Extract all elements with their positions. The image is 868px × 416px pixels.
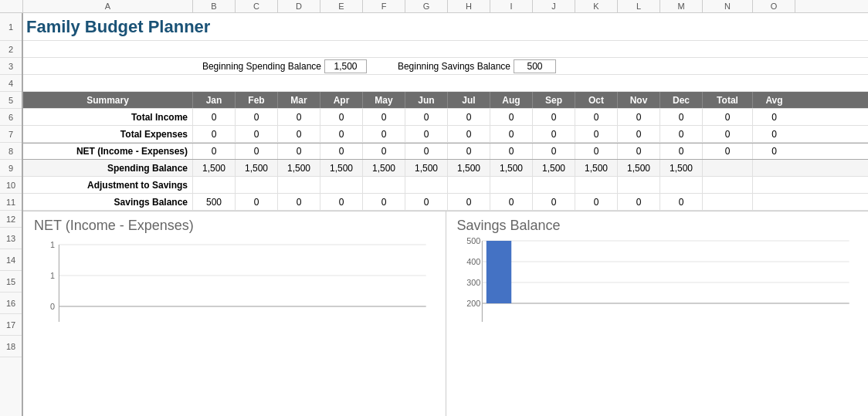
savings-bar-jan <box>486 241 510 303</box>
oct-header: Oct <box>575 92 618 108</box>
row-num-4: 4 <box>0 75 22 92</box>
col-header-d: D <box>278 0 320 12</box>
col-header-m: M <box>660 0 703 12</box>
total-expenses-label: Total Expenses <box>23 126 193 142</box>
savings-balance-input[interactable]: 500 <box>514 59 556 73</box>
adj-aug <box>490 177 533 193</box>
net-mar: 0 <box>278 144 320 159</box>
sb-apr: 1,500 <box>320 160 363 176</box>
dec-header: Dec <box>660 92 703 108</box>
savings-balance-row-label: Savings Balance <box>23 194 193 210</box>
net-feb: 0 <box>236 144 278 159</box>
income-nov: 0 <box>618 109 660 125</box>
corner-cell <box>0 0 23 12</box>
row-num-8: 8 <box>0 143 22 160</box>
jun-header: Jun <box>405 92 448 108</box>
net-jan: 0 <box>193 144 236 159</box>
income-dec: 0 <box>660 109 703 125</box>
spending-balance-row-label: Spending Balance <box>23 160 193 176</box>
exp-avg: 0 <box>753 126 795 142</box>
svb-jan: 500 <box>193 194 236 210</box>
row-num-17: 17 <box>0 314 22 336</box>
adj-dec <box>660 177 703 193</box>
nov-header: Nov <box>618 92 660 108</box>
title-cell: Family Budget Planner <box>23 13 641 40</box>
svg-text:0: 0 <box>50 303 55 311</box>
avg-header: Avg <box>753 92 795 108</box>
svb-apr: 0 <box>320 194 363 210</box>
exp-dec: 0 <box>660 126 703 142</box>
row-4 <box>23 75 868 92</box>
exp-mar: 0 <box>278 126 320 142</box>
row-num-5: 5 <box>0 92 22 109</box>
row-5-header: Summary Jan Feb Mar Apr May Jun Jul Aug … <box>23 92 868 109</box>
row-num-15: 15 <box>0 271 22 293</box>
sb-total <box>703 160 753 176</box>
row-numbers: 1 2 3 4 5 6 7 8 9 10 11 12 13 14 15 16 1… <box>0 13 23 416</box>
row-2 <box>23 41 868 58</box>
svg-text:1: 1 <box>50 272 55 280</box>
exp-aug: 0 <box>490 126 533 142</box>
income-feb: 0 <box>236 109 278 125</box>
row-6-income: Total Income 0 0 0 0 0 0 0 0 0 0 0 0 0 0 <box>23 109 868 126</box>
row-num-12: 12 <box>0 211 22 228</box>
exp-jun: 0 <box>405 126 448 142</box>
adj-apr <box>320 177 363 193</box>
sb-avg <box>753 160 795 176</box>
apr-header: Apr <box>320 92 363 108</box>
net-avg: 0 <box>753 144 795 159</box>
sb-dec: 1,500 <box>660 160 703 176</box>
income-avg: 0 <box>753 109 795 125</box>
exp-total: 0 <box>703 126 753 142</box>
svb-avg <box>753 194 795 210</box>
sb-jul: 1,500 <box>448 160 490 176</box>
net-chart-panel: NET (Income - Expenses) 1 1 0 <box>23 211 446 416</box>
svb-oct: 0 <box>575 194 618 210</box>
sb-nov: 1,500 <box>618 160 660 176</box>
aug-header: Aug <box>490 92 533 108</box>
col-header-g: G <box>405 0 448 12</box>
net-apr: 0 <box>320 144 363 159</box>
sb-oct: 1,500 <box>575 160 618 176</box>
empty-row-4 <box>23 75 718 91</box>
sb-jan: 1,500 <box>193 160 236 176</box>
spreadsheet: A B C D E F G H I J K L M N O 1 2 3 4 5 … <box>0 0 868 416</box>
spreadsheet-body: 1 2 3 4 5 6 7 8 9 10 11 12 13 14 15 16 1… <box>0 13 868 416</box>
row-8-net: NET (Income - Expenses) 0 0 0 0 0 0 0 0 … <box>23 143 868 160</box>
svb-sep: 0 <box>533 194 575 210</box>
net-aug: 0 <box>490 144 533 159</box>
col-header-n: N <box>703 0 753 12</box>
spending-balance-input[interactable]: 1,500 <box>324 59 367 73</box>
savings-balance-label: Beginning Savings Balance <box>382 61 514 72</box>
svb-jul: 0 <box>448 194 490 210</box>
exp-feb: 0 <box>236 126 278 142</box>
col-header-b: B <box>193 0 236 12</box>
savings-chart-svg: 500 400 300 200 <box>457 237 858 330</box>
mar-header: Mar <box>278 92 320 108</box>
sep-header: Sep <box>533 92 575 108</box>
col-header-a: A <box>23 0 193 12</box>
jul-header: Jul <box>448 92 490 108</box>
svb-feb: 0 <box>236 194 278 210</box>
adj-avg <box>753 177 795 193</box>
savings-chart-title: Savings Balance <box>457 218 858 234</box>
adj-jun <box>405 177 448 193</box>
income-jan: 0 <box>193 109 236 125</box>
row-num-13: 13 <box>0 228 22 249</box>
income-oct: 0 <box>575 109 618 125</box>
jan-header: Jan <box>193 92 236 108</box>
exp-nov: 0 <box>618 126 660 142</box>
row-num-14: 14 <box>0 249 22 271</box>
svg-text:400: 400 <box>466 258 480 266</box>
net-jul: 0 <box>448 144 490 159</box>
col-header-i: I <box>490 0 533 12</box>
svg-text:300: 300 <box>466 279 480 287</box>
row-3: Beginning Spending Balance 1,500 Beginni… <box>23 58 868 75</box>
adj-nov <box>618 177 660 193</box>
row-1: Family Budget Planner <box>23 13 868 41</box>
net-may: 0 <box>363 144 405 159</box>
income-may: 0 <box>363 109 405 125</box>
net-nov: 0 <box>618 144 660 159</box>
svb-jun: 0 <box>405 194 448 210</box>
adj-may <box>363 177 405 193</box>
